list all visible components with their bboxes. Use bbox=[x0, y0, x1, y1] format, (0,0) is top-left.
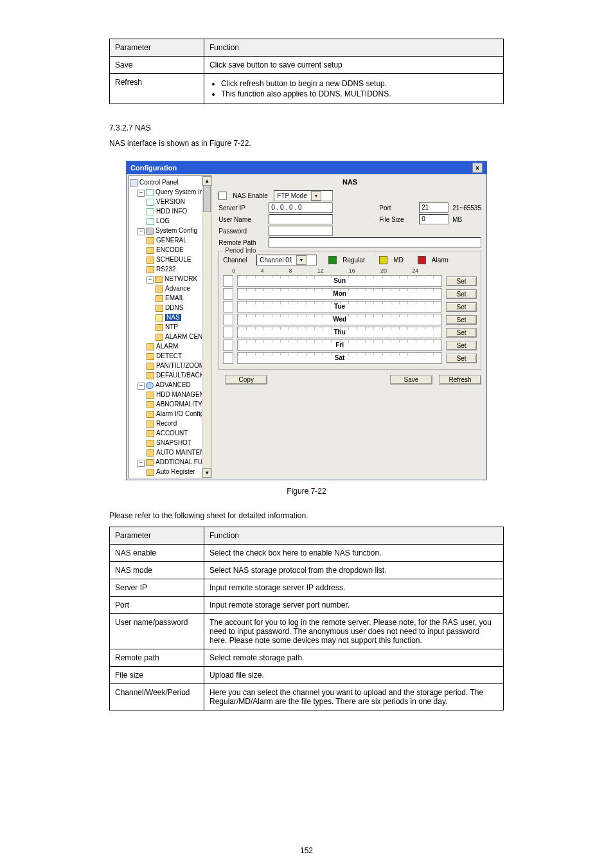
tree-node-ntp[interactable]: NTP bbox=[130, 322, 210, 332]
tree-node-record[interactable]: Record bbox=[130, 419, 210, 428]
configuration-window: Configuration × Control Panel−Query Syst… bbox=[126, 161, 487, 480]
day-label: Sun bbox=[238, 276, 441, 286]
password-input[interactable] bbox=[269, 226, 333, 236]
day-label: Tue bbox=[238, 302, 441, 312]
t2-cell-func: Select NAS storage protocol from the dro… bbox=[204, 562, 504, 579]
ruler-tick: 12 bbox=[317, 267, 324, 274]
t2-cell-param: Remote path bbox=[110, 649, 204, 667]
folder-icon bbox=[147, 401, 154, 408]
tree-node-pan-tilt-zoom[interactable]: PAN/TILT/ZOOM bbox=[130, 361, 210, 370]
ruler-tick: 24 bbox=[412, 267, 418, 274]
username-input[interactable] bbox=[269, 214, 333, 224]
folder-icon bbox=[155, 285, 163, 293]
nav-tree[interactable]: Control Panel−Query System InfoVERSIONHD… bbox=[128, 176, 212, 478]
tree-node-addtional-function[interactable]: −ADDTIONAL FUNCTION bbox=[130, 457, 210, 467]
set-button[interactable]: Set bbox=[446, 276, 477, 286]
day-label: Fri bbox=[238, 340, 441, 350]
set-button[interactable]: Set bbox=[446, 328, 477, 338]
folder-icon bbox=[147, 266, 154, 273]
channel-label: Channel bbox=[223, 257, 253, 264]
chevron-down-icon[interactable]: ▾ bbox=[311, 191, 321, 201]
alarm-swatch bbox=[418, 256, 426, 264]
folder-icon bbox=[147, 247, 154, 254]
t2-cell-func: Upload file size. bbox=[204, 667, 504, 684]
tree-node-encode[interactable]: ENCODE bbox=[130, 245, 210, 255]
tree-node-email[interactable]: EMAIL bbox=[130, 293, 210, 303]
day-prebox bbox=[223, 275, 233, 287]
scroll-down-icon[interactable]: ▼ bbox=[202, 468, 211, 478]
tree-node-auto-maintenance[interactable]: AUTO MAINTENANCE bbox=[130, 448, 210, 457]
folder-icon bbox=[155, 324, 163, 331]
ftp-mode-select[interactable]: FTP Mode ▾ bbox=[274, 190, 333, 201]
scroll-thumb[interactable] bbox=[203, 185, 211, 212]
tree-node-network[interactable]: −NETWORK bbox=[130, 274, 210, 284]
scroll-up-icon[interactable]: ▲ bbox=[202, 176, 211, 186]
day-timeline[interactable]: Mon bbox=[237, 288, 442, 300]
tree-node-nas[interactable]: NAS bbox=[130, 312, 210, 322]
tree-node-alarm-center[interactable]: ALARM CENTER bbox=[130, 332, 210, 341]
tree-node-system-config[interactable]: −System Config bbox=[130, 226, 210, 235]
t2-cell-param: User name/password bbox=[110, 614, 204, 649]
tree-node-advanced[interactable]: −ADVANCED bbox=[130, 380, 210, 390]
t1-r1c1: Save bbox=[110, 57, 204, 74]
page-icon bbox=[147, 218, 154, 225]
filesize-input[interactable]: 0 bbox=[419, 214, 449, 224]
set-button[interactable]: Set bbox=[446, 354, 477, 363]
day-timeline[interactable]: Fri bbox=[237, 339, 442, 351]
t2-cell-param: Port bbox=[110, 597, 204, 614]
tree-node-account[interactable]: ACCOUNT bbox=[130, 428, 210, 438]
tree-node-ddns[interactable]: DDNS bbox=[130, 303, 210, 312]
md-swatch bbox=[379, 256, 387, 264]
close-icon[interactable]: × bbox=[472, 163, 483, 173]
tree-node-default-backup[interactable]: DEFAULT/BACKUP bbox=[130, 370, 210, 380]
section-heading: 7.3.2.7 NAS bbox=[109, 123, 504, 132]
tree-node-advance[interactable]: Advance bbox=[130, 284, 210, 293]
set-button[interactable]: Set bbox=[446, 315, 477, 325]
t1-h1: Parameter bbox=[110, 39, 204, 57]
tree-node-abnormality[interactable]: ABNORMALITY bbox=[130, 399, 210, 409]
t2-cell-func: Here you can select the channel you want… bbox=[204, 684, 504, 710]
tree-node-snapshot[interactable]: SNAPSHOT bbox=[130, 438, 210, 448]
tree-node-auto-register[interactable]: Auto Register bbox=[130, 467, 210, 476]
day-timeline[interactable]: Tue bbox=[237, 301, 442, 312]
t2-h2: Function bbox=[204, 527, 504, 545]
set-button[interactable]: Set bbox=[446, 289, 477, 299]
save-button[interactable]: Save bbox=[390, 375, 432, 384]
tree-node-version[interactable]: VERSION bbox=[130, 197, 210, 206]
tree-node-alarm-i-o-config[interactable]: Alarm I/O Config bbox=[130, 409, 210, 419]
day-timeline[interactable]: Thu bbox=[237, 327, 442, 338]
tree-node-hdd-info[interactable]: HDD INFO bbox=[130, 206, 210, 216]
tree-node-schedule[interactable]: SCHEDULE bbox=[130, 255, 210, 264]
day-timeline[interactable]: Wed bbox=[237, 314, 442, 325]
tree-node-log[interactable]: LOG bbox=[130, 216, 210, 226]
port-input[interactable]: 21 bbox=[419, 203, 449, 213]
tree-node-control-panel[interactable]: Control Panel bbox=[130, 177, 210, 187]
section-para-2: Please refer to the following sheet for … bbox=[109, 511, 504, 520]
remotepath-input[interactable] bbox=[269, 237, 481, 248]
tree-scrollbar[interactable]: ▲ ▼ bbox=[202, 176, 211, 478]
filesize-unit: MB bbox=[452, 216, 462, 223]
tree-node-detect[interactable]: DETECT bbox=[130, 351, 210, 361]
tree-node-query-system-info[interactable]: −Query System Info bbox=[130, 187, 210, 197]
copy-button[interactable]: Copy bbox=[225, 375, 267, 384]
ruler-tick: 8 bbox=[289, 267, 292, 274]
folder-icon bbox=[146, 459, 154, 466]
server-ip-input[interactable]: 0 . 0 . 0 . 0 bbox=[269, 203, 333, 213]
chevron-down-icon[interactable]: ▾ bbox=[296, 255, 306, 265]
day-row-sun: SunSet bbox=[223, 275, 477, 287]
tree-node-hdd-management[interactable]: HDD MANAGEMENT bbox=[130, 390, 210, 399]
day-timeline[interactable]: Sun bbox=[237, 275, 442, 287]
nas-enable-checkbox[interactable] bbox=[218, 192, 227, 200]
channel-select[interactable]: Channel 01 ▾ bbox=[256, 255, 317, 266]
tree-node-alarm[interactable]: ALARM bbox=[130, 341, 210, 351]
tree-node-rs232[interactable]: RS232 bbox=[130, 264, 210, 274]
tree-node-general[interactable]: GENERAL bbox=[130, 235, 210, 245]
refresh-button[interactable]: Refresh bbox=[439, 375, 481, 384]
t1-r1c2: Click save button to save current setup bbox=[204, 57, 504, 74]
t2-cell-func: Select the check box here to enable NAS … bbox=[204, 545, 504, 562]
day-timeline[interactable]: Sat bbox=[237, 352, 442, 364]
remotepath-label: Remote Path bbox=[218, 239, 265, 246]
t2-cell-param: Channel/Week/Period bbox=[110, 684, 204, 710]
set-button[interactable]: Set bbox=[446, 341, 477, 350]
set-button[interactable]: Set bbox=[446, 302, 477, 312]
